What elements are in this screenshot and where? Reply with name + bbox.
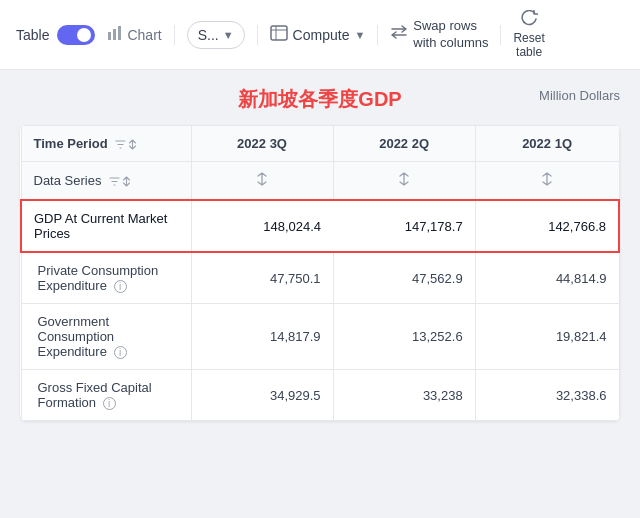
row-val-gdp-3q: 148,024.4 [191,200,333,252]
toolbar-divider-4 [500,25,501,45]
svg-rect-3 [271,26,287,40]
row-val-gross-fixed-2q: 33,238 [333,370,475,421]
toolbar-divider-3 [377,25,378,45]
row-label-gdp: GDP At Current Market Prices [21,200,191,252]
data-series-filter-icon [109,176,131,187]
svg-rect-0 [108,32,111,40]
data-series-sort-2[interactable] [333,162,475,201]
data-series-sort-1[interactable] [191,162,333,201]
reset-label: Resettable [513,31,544,59]
chart-bar-icon [107,26,123,43]
data-series-header[interactable]: Data Series [21,162,191,201]
col-header-2022-2q: 2022 2Q [333,126,475,162]
table-row-private-consumption: Private Consumption Expenditure i 47,750… [21,252,619,304]
row-val-private-2q: 47,562.9 [333,252,475,304]
row-val-private-1q: 44,814.9 [475,252,619,304]
toolbar-divider-1 [174,25,175,45]
info-icon-gross-fixed[interactable]: i [103,397,116,410]
row-val-private-3q: 47,750.1 [191,252,333,304]
data-table: Time Period 2022 3Q 2022 2Q [20,125,620,421]
reset-icon [520,10,538,29]
column-header-row: Time Period 2022 3Q 2022 2Q [21,126,619,162]
chart-button[interactable]: Chart [107,26,161,43]
col-header-2022-1q: 2022 1Q [475,126,619,162]
compute-icon [270,25,288,44]
chart-label: Chart [127,27,161,43]
row-val-govt-3q: 14,817.9 [191,304,333,370]
row-val-govt-1q: 19,821.4 [475,304,619,370]
main-content: 新加坡各季度GDP Million Dollars Time Period [0,70,640,518]
swap-label: Swap rowswith columns [413,18,488,52]
data-series-sort-3[interactable] [475,162,619,201]
title-area: 新加坡各季度GDP Million Dollars [20,86,620,113]
swap-icon [390,24,408,45]
toolbar-divider-2 [257,25,258,45]
table-row-govt-consumption: Government Consumption Expenditure i 14,… [21,304,619,370]
row-label-gross-fixed: Gross Fixed Capital Formation i [21,370,191,421]
table-row-gross-fixed: Gross Fixed Capital Formation i 34,929.5… [21,370,619,421]
svg-rect-1 [113,29,116,40]
swap-button[interactable]: Swap rowswith columns [390,18,488,52]
table-toggle-group: Table [16,25,95,45]
series-dropdown-label: S... [198,27,219,43]
page-title: 新加坡各季度GDP [238,88,401,110]
time-period-header[interactable]: Time Period [21,126,191,162]
row-val-gdp-2q: 147,178.7 [333,200,475,252]
table-row-gdp: GDP At Current Market Prices 148,024.4 1… [21,200,619,252]
info-icon-govt[interactable]: i [114,346,127,359]
compute-chevron-icon: ▼ [354,29,365,41]
table-label: Table [16,27,49,43]
toolbar: Table Chart S... ▼ Compute ▼ [0,0,640,70]
reset-button[interactable]: Resettable [513,10,544,59]
row-label-private: Private Consumption Expenditure i [21,252,191,304]
svg-rect-2 [118,26,121,40]
row-val-gdp-1q: 142,766.8 [475,200,619,252]
unit-label: Million Dollars [539,88,620,103]
chevron-down-icon: ▼ [223,29,234,41]
col-header-2022-3q: 2022 3Q [191,126,333,162]
filter-sort-icon [115,139,137,150]
info-icon-private[interactable]: i [114,280,127,293]
compute-button[interactable]: Compute ▼ [270,25,366,44]
data-series-header-row: Data Series [21,162,619,201]
table-chart-toggle[interactable] [57,25,95,45]
row-val-govt-2q: 13,252.6 [333,304,475,370]
compute-label: Compute [293,27,350,43]
row-val-gross-fixed-3q: 34,929.5 [191,370,333,421]
row-label-govt: Government Consumption Expenditure i [21,304,191,370]
row-val-gross-fixed-1q: 32,338.6 [475,370,619,421]
series-dropdown[interactable]: S... ▼ [187,21,245,49]
